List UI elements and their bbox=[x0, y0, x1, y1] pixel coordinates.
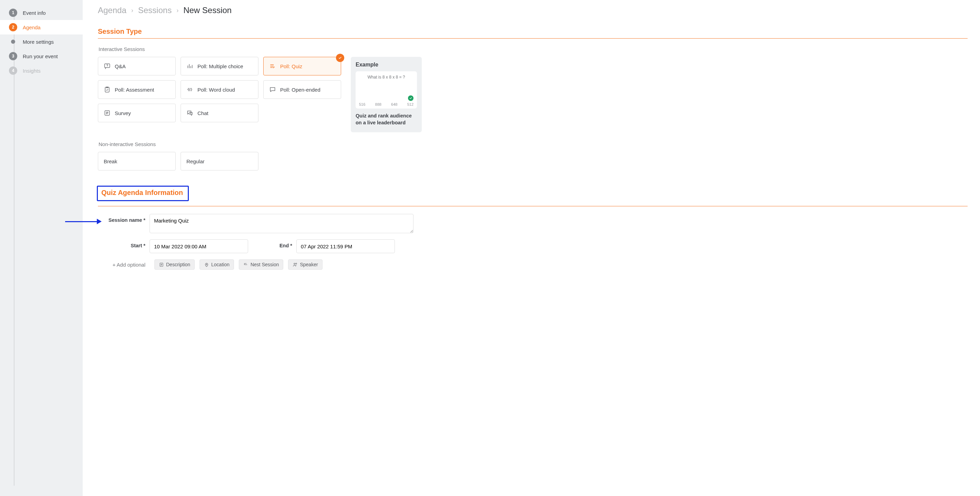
svg-point-1 bbox=[107, 67, 108, 67]
annotation-highlight-box: Quiz Agenda Information bbox=[97, 186, 189, 201]
chart-label: 888 bbox=[375, 102, 382, 107]
start-datetime-input[interactable] bbox=[150, 239, 248, 253]
pill-label: Speaker bbox=[300, 262, 318, 267]
list-icon bbox=[104, 110, 111, 116]
step-label: Run your event bbox=[23, 53, 58, 59]
session-type-label: Chat bbox=[197, 110, 208, 116]
example-description: Quiz and rank audience on a live leaderb… bbox=[356, 113, 417, 126]
chart-label: 648 bbox=[391, 102, 397, 107]
correct-answer-icon bbox=[408, 95, 414, 101]
section-title-session-type: Session Type bbox=[98, 27, 967, 35]
session-type-quiz[interactable]: Poll: Quiz bbox=[263, 57, 341, 75]
lines-icon bbox=[186, 86, 193, 93]
session-type-wordcloud[interactable]: Poll: Word cloud bbox=[181, 80, 258, 99]
document-icon bbox=[159, 262, 164, 267]
chart-label: 512 bbox=[407, 102, 414, 107]
bar-chart-icon bbox=[186, 63, 193, 70]
question-icon bbox=[104, 63, 111, 70]
step-label: Insights bbox=[23, 68, 41, 74]
sidebar: 1 Event info 2 Agenda More settings 3 Ru… bbox=[0, 0, 83, 496]
speech-bubble-icon bbox=[269, 86, 276, 93]
svg-point-5 bbox=[206, 264, 207, 265]
session-type-label: Poll: Open-ended bbox=[280, 87, 320, 93]
optional-description-button[interactable]: Description bbox=[154, 259, 195, 270]
sidebar-item-agenda[interactable]: 2 Agenda bbox=[0, 20, 83, 35]
session-name-row: Session name * bbox=[98, 214, 967, 233]
main-content: Agenda › Sessions › New Session Session … bbox=[83, 0, 980, 496]
start-row: Start * bbox=[98, 239, 248, 253]
step-number: 4 bbox=[9, 67, 17, 75]
sidebar-item-run-event[interactable]: 3 Run your event bbox=[0, 49, 83, 64]
session-type-label: Poll: Quiz bbox=[280, 64, 302, 69]
breadcrumb-agenda[interactable]: Agenda bbox=[98, 5, 126, 15]
session-type-label: Poll: Multiple choice bbox=[197, 64, 243, 69]
interactive-sessions-heading: Interactive Sessions bbox=[99, 46, 967, 52]
sidebar-item-insights[interactable]: 4 Insights bbox=[0, 64, 83, 78]
session-type-label: Regular bbox=[186, 159, 205, 164]
session-type-label: Poll: Assessment bbox=[115, 87, 154, 93]
breadcrumb-sessions[interactable]: Sessions bbox=[138, 5, 172, 15]
svg-point-7 bbox=[296, 263, 297, 264]
chevron-right-icon: › bbox=[131, 7, 134, 14]
sidebar-rail bbox=[14, 10, 14, 486]
clipboard-check-icon bbox=[104, 86, 111, 93]
pill-label: Nest Session bbox=[250, 262, 279, 267]
step-number: 2 bbox=[9, 23, 17, 31]
session-type-break[interactable]: Break bbox=[98, 152, 176, 170]
chart-label: 516 bbox=[359, 102, 365, 107]
noninteractive-sessions-heading: Non-interactive Sessions bbox=[99, 141, 967, 147]
start-label: Start * bbox=[98, 239, 150, 248]
add-optional-label: + Add optional bbox=[98, 262, 150, 268]
quiz-agenda-section: Quiz Agenda Information Session name * S… bbox=[98, 184, 967, 270]
end-datetime-input[interactable] bbox=[296, 239, 395, 253]
session-type-label: Q&A bbox=[115, 64, 126, 69]
session-type-label: Break bbox=[104, 159, 117, 164]
step-label: Event info bbox=[23, 10, 46, 16]
session-type-qa[interactable]: Q&A bbox=[98, 57, 176, 75]
example-chart-title: What is 8 x 8 x 8 = ? bbox=[359, 75, 414, 79]
session-type-multiple-choice[interactable]: Poll: Multiple choice bbox=[181, 57, 258, 75]
session-name-input[interactable] bbox=[150, 214, 414, 233]
selected-check-icon bbox=[336, 54, 344, 62]
chat-icon bbox=[186, 110, 193, 116]
session-type-label: Survey bbox=[115, 110, 131, 116]
session-type-assessment[interactable]: Poll: Assessment bbox=[98, 80, 176, 99]
annotation-arrow bbox=[65, 219, 102, 224]
session-name-label: Session name * bbox=[98, 214, 150, 223]
pill-label: Description bbox=[166, 262, 190, 267]
location-pin-icon bbox=[204, 262, 209, 267]
breadcrumb: Agenda › Sessions › New Session bbox=[98, 5, 967, 15]
add-optional-row: + Add optional Description Location Nest… bbox=[98, 259, 967, 270]
quiz-check-icon bbox=[269, 63, 276, 70]
session-type-chat[interactable]: Chat bbox=[181, 104, 258, 122]
step-label: More settings bbox=[23, 39, 54, 45]
optional-location-button[interactable]: Location bbox=[199, 259, 234, 270]
example-panel: Example What is 8 x 8 x 8 = ? 516 888 bbox=[351, 57, 422, 132]
interactive-session-grid: Q&A Poll: Multiple choice Poll: Quiz bbox=[98, 57, 341, 122]
nest-icon bbox=[243, 262, 248, 267]
svg-point-6 bbox=[294, 263, 295, 264]
step-number: 3 bbox=[9, 52, 17, 60]
section-title-quiz-agenda: Quiz Agenda Information bbox=[101, 189, 183, 197]
noninteractive-session-grid: Break Regular bbox=[98, 152, 967, 170]
sidebar-item-more-settings[interactable]: More settings bbox=[0, 35, 83, 49]
session-type-survey[interactable]: Survey bbox=[98, 104, 176, 122]
session-type-label: Poll: Word cloud bbox=[197, 87, 235, 93]
sidebar-item-event-info[interactable]: 1 Event info bbox=[0, 5, 83, 20]
speaker-person-icon bbox=[293, 262, 298, 267]
breadcrumb-current: New Session bbox=[183, 5, 232, 15]
end-label: End * bbox=[276, 239, 296, 248]
example-chart: What is 8 x 8 x 8 = ? 516 888 648 512 bbox=[356, 71, 417, 108]
example-chart-bars bbox=[359, 82, 414, 100]
chevron-right-icon: › bbox=[177, 7, 178, 14]
end-row: End * bbox=[276, 239, 395, 253]
session-type-regular[interactable]: Regular bbox=[181, 152, 258, 170]
example-title: Example bbox=[356, 62, 417, 68]
step-number: 1 bbox=[9, 9, 17, 17]
pill-label: Location bbox=[211, 262, 229, 267]
optional-speaker-button[interactable]: Speaker bbox=[288, 259, 322, 270]
optional-nest-session-button[interactable]: Nest Session bbox=[239, 259, 283, 270]
step-bullet bbox=[11, 40, 15, 44]
session-type-openended[interactable]: Poll: Open-ended bbox=[263, 80, 341, 99]
step-label: Agenda bbox=[23, 24, 41, 30]
